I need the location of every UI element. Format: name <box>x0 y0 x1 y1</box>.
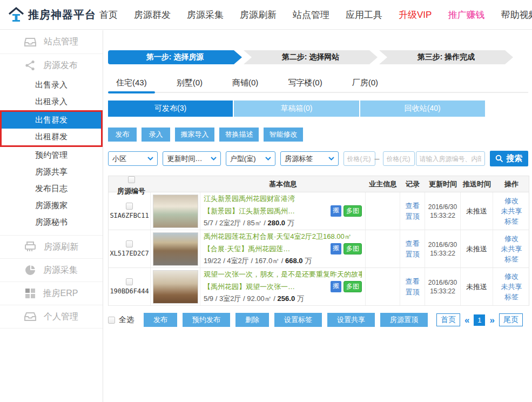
unshared-link[interactable]: 未共享 <box>501 206 522 216</box>
tag-link[interactable]: 标签 <box>504 292 518 302</box>
tab-drafts[interactable]: 草稿箱(0) <box>234 100 359 117</box>
footer-publish-button[interactable]: 发布 <box>144 313 177 327</box>
tab-residential[interactable]: 住宅(43) <box>108 73 155 92</box>
sidebar-item-site-manage[interactable]: 站点管理 <box>0 30 103 53</box>
listing-subtitle-link[interactable]: 【合展·天玺】禹州花园莲… <box>204 244 290 254</box>
sidebar-item-personal-manage[interactable]: 个人管理 <box>0 305 103 328</box>
sidebar-item-rent-mass-post[interactable]: 出租群发 <box>2 129 101 145</box>
view-record-link[interactable]: 查看 <box>406 277 420 286</box>
pin-top-link[interactable]: 置顶 <box>406 212 420 222</box>
tab-factory[interactable]: 厂房(0) <box>344 73 386 92</box>
select-all-checkbox[interactable] <box>108 317 115 324</box>
footer-set-tag-button[interactable]: 设置标签 <box>274 313 322 327</box>
nav-promo-earn[interactable]: 推广赚钱 <box>448 9 484 21</box>
tag-link[interactable]: 标签 <box>504 254 518 264</box>
wizard-step-1[interactable]: 第一步: 选择房源 <box>108 50 242 64</box>
updated-time: 15:33:22 <box>430 250 455 257</box>
nav-listing-mass-post[interactable]: 房源群发 <box>134 9 171 21</box>
tab-shop[interactable]: 商铺(0) <box>224 73 266 92</box>
listing-subtitle-link[interactable]: 【新景园】江头新景园禹州… <box>204 206 295 216</box>
search-input[interactable] <box>416 151 485 166</box>
row-checkbox[interactable] <box>126 203 133 210</box>
wizard-step-2[interactable]: 第二步: 选择网站 <box>244 50 378 64</box>
tab-publishable[interactable]: 可发布(3) <box>108 100 233 117</box>
room-type-select[interactable]: 户型(室) <box>226 151 275 166</box>
multi-image-badge[interactable]: 多图 <box>344 205 362 217</box>
sidebar-item-listing-refresh[interactable]: 房源刷新 <box>0 235 103 258</box>
pin-top-link[interactable]: 置顶 <box>406 287 420 297</box>
next-page-icon[interactable]: » <box>489 316 494 325</box>
brand: 推房神器平台 <box>0 6 96 23</box>
nav-help-videos[interactable]: 帮助视频 <box>501 9 532 21</box>
update-time-select[interactable]: 更新时间… <box>163 151 220 166</box>
footer-schedule-publish-button[interactable]: 预约发布 <box>183 313 230 327</box>
first-page-button[interactable]: 首页 <box>436 313 460 326</box>
footer-delete-button[interactable]: 删除 <box>235 313 269 327</box>
entry-button[interactable]: 录入 <box>142 128 170 142</box>
listing-subtitle-link[interactable]: 【禹州花园】观望一次张一… <box>204 282 295 292</box>
current-page[interactable]: 1 <box>474 314 485 326</box>
nav-listing-collect[interactable]: 房源采集 <box>187 9 224 21</box>
sidebar-item-erp[interactable]: 推房ERP <box>0 282 103 305</box>
listing-photo[interactable] <box>153 232 198 266</box>
sidebar-item-appointment-manage[interactable]: 预约管理 <box>0 147 103 164</box>
tab-villa[interactable]: 别墅(0) <box>169 73 211 92</box>
tab-recycle-bin[interactable]: 回收站(40) <box>360 100 485 117</box>
publish-button[interactable]: 发布 <box>108 128 137 142</box>
edit-link[interactable]: 修改 <box>504 234 518 244</box>
listing-photo[interactable] <box>153 195 198 228</box>
unshared-link[interactable]: 未共享 <box>501 244 522 254</box>
listing-detail: 19/22 / 4室2厅 / 167.0㎡ / <box>204 257 285 265</box>
nav-home[interactable]: 首页 <box>99 9 118 21</box>
move-badge[interactable]: 搬 <box>331 243 341 254</box>
multi-image-badge[interactable]: 多图 <box>344 281 362 292</box>
wizard-step-3[interactable]: 第三步: 操作完成 <box>379 50 513 64</box>
row-checkbox[interactable] <box>126 240 133 247</box>
sidebar-item-sale-entry[interactable]: 出售录入 <box>0 77 103 93</box>
move-badge[interactable]: 搬 <box>331 281 341 292</box>
listing-title-link[interactable]: 观望一次张一次，朋友，是不是还要重复昨天的故事！… <box>204 270 362 279</box>
nav-site-manage[interactable]: 站点管理 <box>293 9 329 21</box>
sidebar-item-listing-share[interactable]: 房源共享 <box>0 164 103 180</box>
sidebar-item-sale-mass-post[interactable]: 出售群发 <box>2 112 101 129</box>
sidebar-item-publish-log[interactable]: 发布日志 <box>0 180 103 197</box>
multi-image-badge[interactable]: 多图 <box>344 243 362 254</box>
updated-time: 15:33:22 <box>430 212 455 219</box>
replace-description-button[interactable]: 替换描述 <box>219 128 259 142</box>
footer-pin-top-button[interactable]: 房源置顶 <box>380 313 428 327</box>
prev-page-icon[interactable]: « <box>464 316 469 325</box>
view-record-link[interactable]: 查看 <box>406 201 420 211</box>
sidebar-item-listing-secretary[interactable]: 房源秘书 <box>0 214 103 231</box>
price-max-input[interactable] <box>383 151 415 166</box>
search-button[interactable]: 搜索 <box>490 151 528 166</box>
listing-title-link[interactable]: 禹州花园莲花五村合展·天玺4室2厅2卫168.00㎡ <box>204 232 362 242</box>
footer-set-share-button[interactable]: 设置共享 <box>327 313 375 327</box>
community-select[interactable]: 小区 <box>108 151 158 166</box>
tag-link[interactable]: 标签 <box>504 217 518 226</box>
tab-office[interactable]: 写字楼(0) <box>280 73 330 92</box>
sidebar-item-listing-collect[interactable]: 房源采集 <box>0 258 103 282</box>
listing-title-link[interactable]: 江头新景园禹州花园财富港湾 <box>204 194 362 204</box>
nav-app-tools[interactable]: 应用工具 <box>346 9 382 21</box>
unshared-link[interactable]: 未共享 <box>501 282 522 292</box>
nav-upgrade-vip[interactable]: 升级VIP <box>399 9 432 21</box>
sidebar-item-rent-entry[interactable]: 出租录入 <box>0 93 103 110</box>
header-checkbox[interactable] <box>128 176 135 183</box>
edit-link[interactable]: 修改 <box>504 196 518 206</box>
row-checkbox[interactable] <box>126 278 133 285</box>
tab-label: 住宅(43) <box>116 78 147 88</box>
pin-top-link[interactable]: 置顶 <box>406 250 420 259</box>
move-badge[interactable]: 搬 <box>331 205 341 217</box>
listing-tag-select[interactable]: 房源标签 <box>280 151 338 166</box>
edit-link[interactable]: 修改 <box>504 272 518 282</box>
listing-photo[interactable] <box>153 270 198 304</box>
move-import-button[interactable]: 搬家导入 <box>175 128 214 142</box>
tab-label: 回收站(40) <box>405 104 441 113</box>
nav-listing-refresh[interactable]: 房源刷新 <box>240 9 277 21</box>
sidebar-item-listing-move[interactable]: 房源搬家 <box>0 197 103 214</box>
sidebar-item-listing-publish[interactable]: 房源发布 <box>0 53 103 77</box>
smart-edit-button[interactable]: 智能修改 <box>264 128 303 142</box>
price-min-input[interactable] <box>344 151 375 166</box>
view-record-link[interactable]: 查看 <box>406 239 420 249</box>
last-page-button[interactable]: 尾页 <box>499 313 523 326</box>
